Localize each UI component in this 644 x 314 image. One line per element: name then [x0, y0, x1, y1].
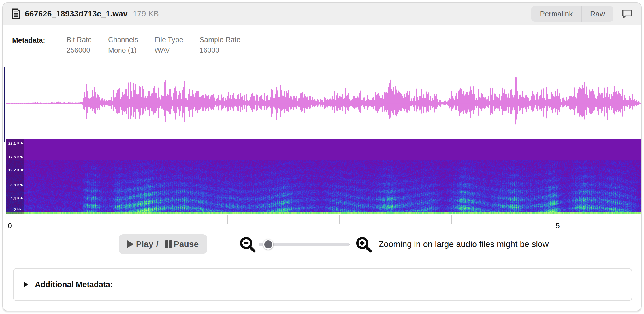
play-label: Play — [136, 239, 153, 249]
freq-axis-label: 13.2KHz — [7, 168, 24, 172]
timeline-tick — [554, 214, 554, 227]
pause-icon — [165, 240, 172, 248]
metadata-field-label: File Type — [155, 36, 183, 43]
timeline: 05 — [6, 214, 641, 233]
metadata-field-value: Mono (1) — [108, 47, 138, 54]
file-header-right: Permalink Raw — [531, 6, 633, 22]
file-size: 179 KB — [133, 9, 159, 18]
waveform-canvas[interactable] — [6, 67, 641, 139]
metadata-field-label: Bit Rate — [67, 36, 92, 43]
additional-metadata-section[interactable]: Additional Metadata: — [13, 268, 632, 301]
metadata-field-sample-rate: Sample Rate16000 — [200, 36, 241, 54]
spectrogram-canvas[interactable] — [6, 139, 641, 214]
zoom-in-icon[interactable] — [356, 236, 372, 253]
metadata-field-value: 16000 — [200, 47, 241, 54]
timeline-tick-label: 5 — [556, 222, 560, 230]
file-name: 667626_18933d713e_1.wav — [25, 9, 128, 18]
metadata-field-channels: ChannelsMono (1) — [108, 36, 138, 54]
freq-axis-label: 4.4KHz — [7, 196, 24, 201]
waveform-display[interactable] — [6, 67, 641, 139]
comment-icon[interactable] — [622, 9, 633, 19]
playback-cursor — [4, 67, 5, 142]
disclosure-triangle-icon[interactable] — [24, 282, 28, 287]
metadata-field-label: Sample Rate — [200, 36, 241, 43]
additional-metadata-label: Additional Metadata: — [35, 280, 113, 289]
metadata-title: Metadata: — [12, 36, 67, 54]
metadata-field-value: 256000 — [67, 47, 92, 54]
play-pause-separator: / — [156, 239, 158, 249]
timeline-tick — [227, 215, 228, 224]
metadata-field-file-type: File TypeWAV — [155, 36, 183, 54]
file-document-icon — [11, 8, 20, 19]
pause-label: Pause — [174, 239, 199, 249]
freq-axis-label: 17.6KHz — [7, 155, 24, 159]
metadata-field-label: Channels — [108, 36, 138, 43]
timeline-tick — [339, 215, 340, 224]
timeline-tick — [116, 215, 116, 224]
play-icon — [127, 240, 134, 248]
metadata-row: Metadata: Bit Rate256000ChannelsMono (1)… — [12, 36, 257, 54]
raw-button[interactable]: Raw — [582, 6, 613, 22]
file-header-left: 667626_18933d713e_1.wav 179 KB — [11, 8, 159, 19]
zoom-slider-thumb[interactable] — [263, 239, 273, 250]
freq-axis-label: 8.8KHz — [7, 183, 24, 187]
freq-axis-label: 0Hz — [7, 207, 21, 212]
audio-file-viewer-panel: 667626_18933d713e_1.wav 179 KB Permalink… — [2, 2, 642, 311]
play-pause-button[interactable]: Play / Pause — [119, 234, 207, 254]
zoom-slider[interactable] — [259, 239, 350, 250]
freq-axis-label: 22.1KHz — [7, 141, 24, 145]
frequency-axis: 22.1KHz17.6KHz13.2KHz8.8KHz4.4KHz0Hz — [6, 139, 24, 214]
timeline-tick — [6, 214, 6, 227]
permalink-button[interactable]: Permalink — [531, 6, 581, 22]
metadata-field-bit-rate: Bit Rate256000 — [67, 36, 92, 54]
player-controls: Play / Pause Zooming in on large audio f… — [3, 234, 641, 255]
header-button-group: Permalink Raw — [531, 6, 613, 22]
file-header: 667626_18933d713e_1.wav 179 KB Permalink… — [3, 3, 641, 25]
metadata-field-value: WAV — [155, 47, 183, 54]
timeline-tick — [451, 215, 452, 224]
zoom-warning-text: Zooming in on large audio files might be… — [379, 234, 549, 254]
timeline-tick-label: 0 — [8, 222, 12, 230]
zoom-out-icon[interactable] — [240, 236, 256, 253]
spectrogram-display[interactable]: 22.1KHz17.6KHz13.2KHz8.8KHz4.4KHz0Hz — [6, 139, 641, 214]
metadata-fields: Bit Rate256000ChannelsMono (1)File TypeW… — [67, 36, 257, 54]
